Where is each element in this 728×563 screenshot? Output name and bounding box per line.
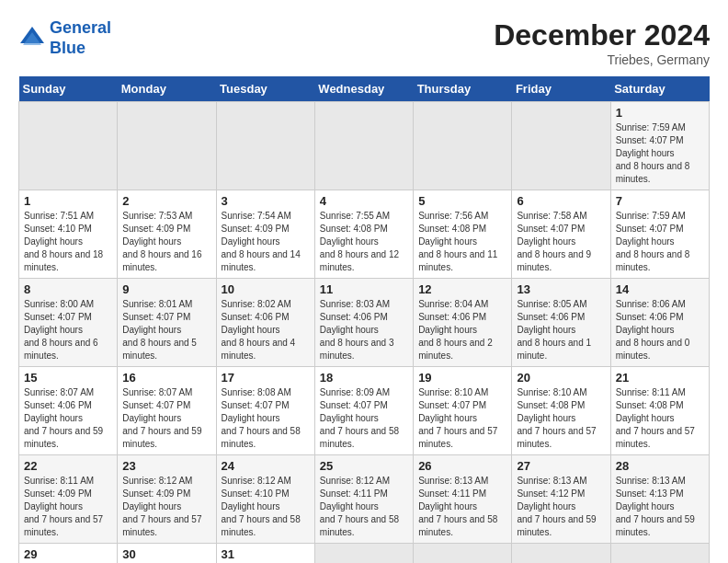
day-number: 6 <box>517 194 605 208</box>
day-header-thursday: Thursday <box>414 76 512 102</box>
day-number: 11 <box>320 282 408 296</box>
day-number: 18 <box>320 371 408 385</box>
calendar-week-row: 15 Sunrise: 8:07 AM Sunset: 4:06 PM Dayl… <box>19 367 710 455</box>
calendar-table: SundayMondayTuesdayWednesdayThursdayFrid… <box>18 76 710 563</box>
day-info: Sunrise: 8:11 AM Sunset: 4:09 PM Dayligh… <box>24 475 112 539</box>
calendar-cell: 22 Sunrise: 8:11 AM Sunset: 4:09 PM Dayl… <box>19 455 118 544</box>
calendar-cell: 23 Sunrise: 8:12 AM Sunset: 4:09 PM Dayl… <box>118 455 216 544</box>
day-info: Sunrise: 7:56 AM Sunset: 4:08 PM Dayligh… <box>418 210 506 274</box>
day-info: Sunrise: 8:00 AM Sunset: 4:07 PM Dayligh… <box>24 298 112 362</box>
calendar-cell <box>414 544 512 564</box>
day-number: 25 <box>320 459 408 473</box>
calendar-cell: 26 Sunrise: 8:13 AM Sunset: 4:11 PM Dayl… <box>414 455 512 544</box>
calendar-cell: 10 Sunrise: 8:02 AM Sunset: 4:06 PM Dayl… <box>216 279 314 367</box>
day-info: Sunrise: 8:13 AM Sunset: 4:12 PM Dayligh… <box>517 475 605 539</box>
day-info: Sunrise: 8:13 AM Sunset: 4:11 PM Dayligh… <box>418 475 506 539</box>
day-number: 7 <box>616 194 704 208</box>
month-title: December 2024 <box>494 18 710 52</box>
day-header-saturday: Saturday <box>610 76 709 102</box>
calendar-cell: 2 Sunrise: 7:53 AM Sunset: 4:09 PM Dayli… <box>118 190 216 279</box>
day-info: Sunrise: 8:08 AM Sunset: 4:07 PM Dayligh… <box>222 386 310 451</box>
day-info: Sunrise: 8:07 AM Sunset: 4:06 PM Dayligh… <box>24 386 112 451</box>
day-info: Sunrise: 8:12 AM Sunset: 4:09 PM Dayligh… <box>122 475 210 539</box>
calendar-cell <box>216 102 314 190</box>
logo-line2: Blue <box>50 39 85 57</box>
day-info: Sunrise: 8:12 AM Sunset: 4:10 PM Dayligh… <box>222 475 310 539</box>
logo-text: General Blue <box>50 18 111 58</box>
day-number: 1 <box>24 194 112 208</box>
day-number: 17 <box>222 371 310 385</box>
day-header-friday: Friday <box>512 76 610 102</box>
calendar-cell: 11 Sunrise: 8:03 AM Sunset: 4:06 PM Dayl… <box>314 279 413 367</box>
day-info: Sunrise: 8:09 AM Sunset: 4:07 PM Dayligh… <box>320 386 408 451</box>
day-info: Sunrise: 8:13 AM Sunset: 4:13 PM Dayligh… <box>616 475 704 539</box>
calendar-cell <box>118 102 216 190</box>
day-number: 26 <box>418 459 506 473</box>
day-header-wednesday: Wednesday <box>314 76 413 102</box>
calendar-cell <box>610 544 709 564</box>
day-number: 20 <box>517 371 605 385</box>
day-info: Sunrise: 7:59 AM Sunset: 4:07 PM Dayligh… <box>616 121 704 186</box>
calendar-cell: 17 Sunrise: 8:08 AM Sunset: 4:07 PM Dayl… <box>216 367 314 455</box>
title-block: December 2024 Triebes, Germany <box>494 18 710 67</box>
day-info: Sunrise: 8:10 AM Sunset: 4:08 PM Dayligh… <box>517 386 605 451</box>
day-info: Sunrise: 7:51 AM Sunset: 4:10 PM Dayligh… <box>24 210 112 274</box>
calendar-cell: 6 Sunrise: 7:58 AM Sunset: 4:07 PM Dayli… <box>512 190 610 279</box>
calendar-cell: 1 Sunrise: 7:59 AM Sunset: 4:07 PM Dayli… <box>610 102 709 190</box>
calendar-week-row: 1 Sunrise: 7:51 AM Sunset: 4:10 PM Dayli… <box>19 190 710 279</box>
day-number: 14 <box>616 282 704 296</box>
day-number: 9 <box>122 282 210 296</box>
calendar-cell: 21 Sunrise: 8:11 AM Sunset: 4:08 PM Dayl… <box>610 367 709 455</box>
day-number: 15 <box>24 371 112 385</box>
calendar-header-row: SundayMondayTuesdayWednesdayThursdayFrid… <box>19 76 710 102</box>
day-info: Sunrise: 8:03 AM Sunset: 4:06 PM Dayligh… <box>320 298 408 362</box>
day-number: 21 <box>616 371 704 385</box>
day-number: 5 <box>418 194 506 208</box>
day-info: Sunrise: 7:58 AM Sunset: 4:07 PM Dayligh… <box>517 210 605 274</box>
day-number: 4 <box>320 194 408 208</box>
day-number: 8 <box>24 282 112 296</box>
calendar-week-row: 1 Sunrise: 7:59 AM Sunset: 4:07 PM Dayli… <box>19 102 710 190</box>
day-info: Sunrise: 7:55 AM Sunset: 4:08 PM Dayligh… <box>320 210 408 274</box>
logo-icon <box>18 25 46 52</box>
calendar-cell: 5 Sunrise: 7:56 AM Sunset: 4:08 PM Dayli… <box>414 190 512 279</box>
calendar-cell: 25 Sunrise: 8:12 AM Sunset: 4:11 PM Dayl… <box>314 455 413 544</box>
calendar-cell: 31 Sunrise: 8:13 AM Sunset: 4:16 PM Dayl… <box>216 544 314 564</box>
calendar-week-row: 29 Sunrise: 8:13 AM Sunset: 4:14 PM Dayl… <box>19 544 710 564</box>
day-number: 3 <box>222 194 310 208</box>
calendar-cell: 16 Sunrise: 8:07 AM Sunset: 4:07 PM Dayl… <box>118 367 216 455</box>
day-info: Sunrise: 8:06 AM Sunset: 4:06 PM Dayligh… <box>616 298 704 362</box>
calendar-cell: 28 Sunrise: 8:13 AM Sunset: 4:13 PM Dayl… <box>610 455 709 544</box>
day-header-tuesday: Tuesday <box>216 76 314 102</box>
day-number: 23 <box>122 459 210 473</box>
calendar-week-row: 22 Sunrise: 8:11 AM Sunset: 4:09 PM Dayl… <box>19 455 710 544</box>
calendar-cell <box>314 102 413 190</box>
day-number: 10 <box>222 282 310 296</box>
calendar-cell: 4 Sunrise: 7:55 AM Sunset: 4:08 PM Dayli… <box>314 190 413 279</box>
calendar-cell: 14 Sunrise: 8:06 AM Sunset: 4:06 PM Dayl… <box>610 279 709 367</box>
calendar-cell: 29 Sunrise: 8:13 AM Sunset: 4:14 PM Dayl… <box>19 544 118 564</box>
day-info: Sunrise: 8:02 AM Sunset: 4:06 PM Dayligh… <box>222 298 310 362</box>
day-info: Sunrise: 7:53 AM Sunset: 4:09 PM Dayligh… <box>122 210 210 274</box>
day-number: 31 <box>222 547 310 561</box>
calendar-cell <box>512 102 610 190</box>
calendar-cell: 9 Sunrise: 8:01 AM Sunset: 4:07 PM Dayli… <box>118 279 216 367</box>
calendar-cell: 12 Sunrise: 8:04 AM Sunset: 4:06 PM Dayl… <box>414 279 512 367</box>
day-number: 22 <box>24 459 112 473</box>
logo: General Blue <box>18 18 111 58</box>
calendar-cell: 3 Sunrise: 7:54 AM Sunset: 4:09 PM Dayli… <box>216 190 314 279</box>
day-info: Sunrise: 8:10 AM Sunset: 4:07 PM Dayligh… <box>418 386 506 451</box>
page-header: General Blue December 2024 Triebes, Germ… <box>18 18 710 67</box>
calendar-cell: 30 Sunrise: 8:13 AM Sunset: 4:15 PM Dayl… <box>118 544 216 564</box>
calendar-cell: 27 Sunrise: 8:13 AM Sunset: 4:12 PM Dayl… <box>512 455 610 544</box>
calendar-cell: 24 Sunrise: 8:12 AM Sunset: 4:10 PM Dayl… <box>216 455 314 544</box>
calendar-week-row: 8 Sunrise: 8:00 AM Sunset: 4:07 PM Dayli… <box>19 279 710 367</box>
calendar-cell: 13 Sunrise: 8:05 AM Sunset: 4:06 PM Dayl… <box>512 279 610 367</box>
day-info: Sunrise: 8:01 AM Sunset: 4:07 PM Dayligh… <box>122 298 210 362</box>
day-number: 28 <box>616 459 704 473</box>
day-number: 27 <box>517 459 605 473</box>
day-info: Sunrise: 8:11 AM Sunset: 4:08 PM Dayligh… <box>616 386 704 451</box>
calendar-cell: 15 Sunrise: 8:07 AM Sunset: 4:06 PM Dayl… <box>19 367 118 455</box>
calendar-cell: 7 Sunrise: 7:59 AM Sunset: 4:07 PM Dayli… <box>610 190 709 279</box>
calendar-cell: 1 Sunrise: 7:51 AM Sunset: 4:10 PM Dayli… <box>19 190 118 279</box>
